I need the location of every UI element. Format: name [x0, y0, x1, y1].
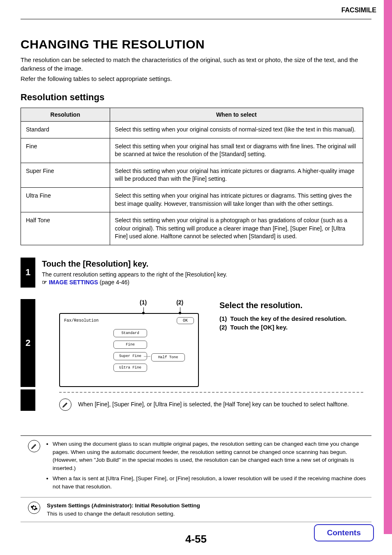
cell-desc: Select this setting when your original h…	[110, 187, 363, 212]
step-number-2: 2	[21, 299, 35, 387]
cell-desc: Select this setting when your original c…	[110, 122, 363, 138]
dashed-separator	[59, 392, 363, 393]
note-bullet-2: When a fax is sent at [Ultra Fine], [Sup…	[53, 474, 368, 491]
touch-panel: Fax/Resolution OK Standard Fine Super Fi…	[59, 313, 199, 387]
table-header-when: When to select	[110, 108, 363, 122]
callout-1: (1)	[140, 299, 147, 313]
ok-button[interactable]: OK	[177, 317, 194, 324]
xref-link-image-settings[interactable]: IMAGE SETTINGS	[49, 279, 98, 286]
half-tone-button[interactable]: Half Tone	[151, 353, 185, 362]
step-2-note: When [Fine], [Super Fine], or [Ultra Fin…	[78, 401, 349, 409]
sub-2-text: Touch the [OK] key.	[230, 324, 287, 331]
note-bullet-1: When using the document glass to scan mu…	[53, 440, 368, 472]
xref-page: (page 4-46)	[100, 279, 129, 286]
gear-icon	[28, 502, 40, 514]
step-1-text: The current resolution setting appears t…	[42, 271, 363, 278]
cell-desc: Select this setting when your original h…	[110, 163, 363, 187]
section-header: FACSIMILE	[341, 7, 376, 14]
contents-button[interactable]: Contents	[314, 524, 374, 541]
cell-resolution: Fine	[21, 138, 110, 163]
step-1-title: Touch the [Resolution] key.	[42, 259, 363, 269]
cell-resolution: Half Tone	[21, 212, 110, 245]
callout-2: (2)	[176, 299, 183, 313]
cell-desc: Select this setting when your original i…	[110, 212, 363, 245]
cell-desc: Select this setting when your original h…	[110, 138, 363, 163]
pencil-note-icon	[59, 398, 71, 411]
pencil-note-icon	[28, 440, 40, 452]
page-title: CHANGING THE RESOLUTION	[21, 37, 363, 51]
step-2-title: Select the resolution.	[219, 301, 363, 310]
sub-1-marker: (1)	[219, 315, 227, 322]
intro-line-2: Refer the following tables to select app…	[21, 74, 363, 83]
intro-line-1: The resolution can be selected to match …	[21, 55, 363, 73]
table-row: Ultra Fine Select this setting when your…	[21, 187, 363, 212]
step-2-badge-continuation	[21, 389, 35, 411]
table-row: Standard Select this setting when your o…	[21, 122, 363, 138]
fine-button[interactable]: Fine	[113, 341, 147, 349]
standard-button[interactable]: Standard	[113, 329, 147, 337]
sub-2-marker: (2)	[219, 324, 227, 331]
table-row: Half Tone Select this setting when your …	[21, 212, 363, 245]
table-row: Super Fine Select this setting when your…	[21, 163, 363, 187]
resolution-table: Resolution When to select Standard Selec…	[21, 108, 363, 245]
panel-breadcrumb: Fax/Resolution	[64, 318, 99, 323]
admin-note-body: This is used to change the default resol…	[47, 510, 368, 518]
notes-block: When using the document glass to scan mu…	[21, 435, 371, 523]
cell-resolution: Super Fine	[21, 163, 110, 187]
sub-1-text: Touch the key of the desired resolution.	[230, 315, 346, 322]
admin-note-title: System Settings (Administrator): Initial…	[47, 502, 368, 510]
cell-resolution: Standard	[21, 122, 110, 138]
table-row: Fine Select this setting when your origi…	[21, 138, 363, 163]
cell-resolution: Ultra Fine	[21, 187, 110, 212]
connector-line	[144, 356, 150, 357]
super-fine-button[interactable]: Super Fine	[113, 352, 147, 360]
step-number-1: 1	[21, 258, 35, 288]
xref-icon: ☞	[42, 279, 47, 286]
chapter-color-tab	[384, 0, 392, 534]
ultra-fine-button[interactable]: Ultra Fine	[113, 364, 147, 372]
subsection-title: Resolution settings	[21, 92, 363, 103]
table-header-resolution: Resolution	[21, 108, 110, 122]
